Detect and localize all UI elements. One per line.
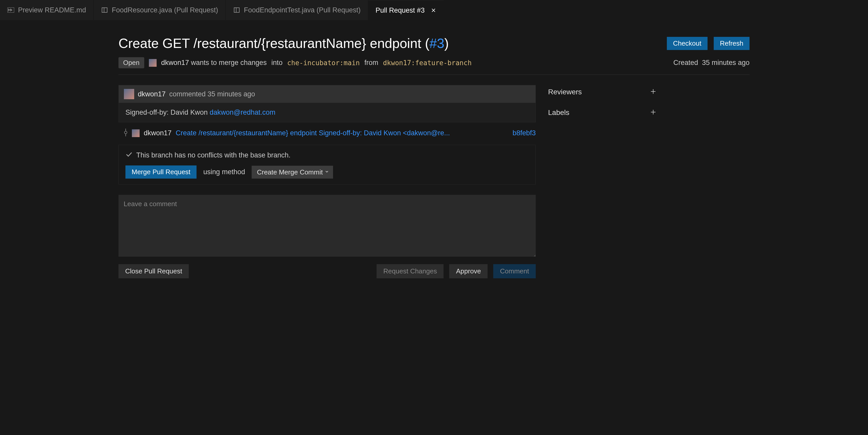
status-badge: Open xyxy=(119,57,144,68)
approve-button[interactable]: Approve xyxy=(449,264,488,278)
target-branch: che-incubator:main xyxy=(287,59,360,67)
refresh-button[interactable]: Refresh xyxy=(714,37,749,50)
tab-food-endpoint-test[interactable]: FoodEndpointTest.java (Pull Request) xyxy=(226,0,368,20)
merge-pr-button[interactable]: Merge Pull Request xyxy=(125,166,196,179)
comment-author: dkwon17 xyxy=(138,90,166,98)
avatar xyxy=(149,59,157,67)
merge-description: dkwon17 wants to merge changes xyxy=(161,59,267,67)
split-icon xyxy=(101,6,108,14)
close-icon[interactable] xyxy=(430,7,437,13)
using-method-label: using method xyxy=(203,168,245,176)
svg-rect-3 xyxy=(234,8,239,12)
source-branch: dkwon17:feature-branch xyxy=(383,59,472,67)
comment-time: commented 35 minutes ago xyxy=(169,90,255,98)
comment-button[interactable]: Comment xyxy=(493,264,536,278)
no-conflicts-text: This branch has no conflicts with the ba… xyxy=(136,151,290,159)
split-icon xyxy=(233,6,240,14)
pr-title: Create GET /restaurant/{restaurantName} … xyxy=(119,35,449,51)
labels-section: Labels xyxy=(548,106,656,126)
svg-rect-1 xyxy=(102,8,107,12)
tab-food-resource[interactable]: FoodResource.java (Pull Request) xyxy=(94,0,225,20)
svg-point-6 xyxy=(124,131,127,134)
add-reviewer-button[interactable] xyxy=(650,88,656,96)
close-pr-button[interactable]: Close Pull Request xyxy=(119,264,189,278)
commit-message-link[interactable]: Create /restaurant/{restaurantName} endp… xyxy=(176,129,508,137)
request-changes-button[interactable]: Request Changes xyxy=(377,264,443,278)
tab-preview-readme[interactable]: Preview README.md xyxy=(0,0,93,20)
tab-label: FoodEndpointTest.java (Pull Request) xyxy=(244,6,361,14)
comment-input[interactable] xyxy=(119,195,536,257)
check-icon xyxy=(125,151,133,160)
comment-card: dkwon17 commented 35 minutes ago Signed-… xyxy=(119,85,536,122)
reviewers-label: Reviewers xyxy=(548,88,582,96)
merge-method-select[interactable]: Create Merge Commit xyxy=(252,166,333,179)
add-label-button[interactable] xyxy=(650,108,656,117)
commit-author: dkwon17 xyxy=(144,129,172,137)
comment-body: Signed-off-by: David Kwon dakwon@redhat.… xyxy=(119,103,535,122)
tab-label: FoodResource.java (Pull Request) xyxy=(112,6,218,14)
tab-label: Pull Request #3 xyxy=(375,6,425,14)
created-time: Created 35 minutes ago xyxy=(673,59,749,67)
tab-bar: Preview README.md FoodResource.java (Pul… xyxy=(0,0,868,20)
avatar xyxy=(132,129,140,137)
commit-sha-link[interactable]: b8febf3 xyxy=(513,129,536,137)
pr-number-link[interactable]: #3 xyxy=(429,36,444,51)
commit-dot-icon xyxy=(124,128,128,138)
email-link[interactable]: dakwon@redhat.com xyxy=(210,109,276,116)
checkout-button[interactable]: Checkout xyxy=(667,37,708,50)
avatar xyxy=(124,89,134,99)
merge-card: This branch has no conflicts with the ba… xyxy=(119,145,536,184)
reviewers-section: Reviewers xyxy=(548,85,656,106)
commit-row: dkwon17 Create /restaurant/{restaurantNa… xyxy=(119,128,536,138)
markdown-icon xyxy=(7,6,14,14)
labels-label: Labels xyxy=(548,109,569,117)
tab-label: Preview README.md xyxy=(18,6,86,14)
tab-pull-request-3[interactable]: Pull Request #3 xyxy=(368,0,444,20)
